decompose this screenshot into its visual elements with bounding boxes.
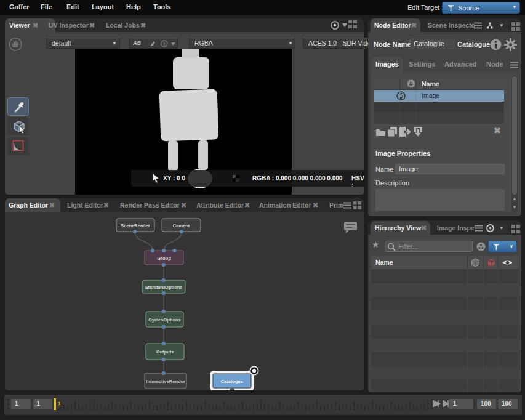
svg-text:Outputs: Outputs (156, 349, 174, 355)
svg-text:InteractiveRender: InteractiveRender (146, 379, 185, 384)
svg-text:Catalogue: Catalogue (221, 379, 243, 384)
svg-text:StandardOptions: StandardOptions (145, 285, 183, 290)
svg-text:1: 1 (163, 42, 166, 46)
svg-text:SceneReader: SceneReader (121, 223, 150, 228)
svg-text:Group: Group (157, 256, 171, 261)
svg-text:Camera: Camera (173, 223, 190, 228)
svg-text:CyclesOptions: CyclesOptions (148, 317, 181, 323)
